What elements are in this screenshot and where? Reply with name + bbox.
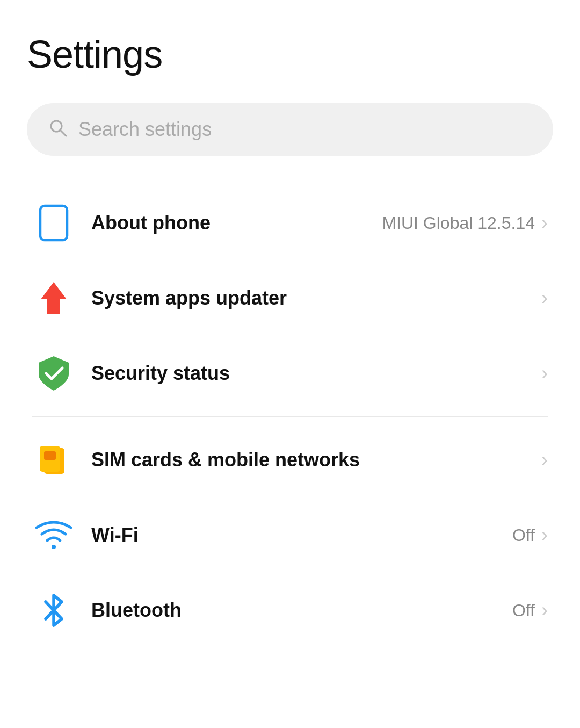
- page-title: Settings: [27, 32, 553, 76]
- bluetooth-right: Off ›: [512, 599, 548, 622]
- security-status-chevron: ›: [541, 362, 548, 385]
- security-status-content: Security status ›: [91, 362, 548, 385]
- about-phone-content: About phone MIUI Global 12.5.14 ›: [91, 212, 548, 234]
- bluetooth-chevron: ›: [541, 599, 548, 622]
- system-apps-updater-right: ›: [541, 287, 548, 309]
- settings-page: Settings Search settings About phone MIU…: [0, 0, 580, 669]
- system-apps-updater-content: System apps updater ›: [91, 287, 548, 309]
- bluetooth-value: Off: [512, 601, 535, 621]
- wifi-chevron: ›: [541, 524, 548, 546]
- system-apps-updater-chevron: ›: [541, 287, 548, 309]
- security-status-right: ›: [541, 362, 548, 385]
- settings-group-top: About phone MIUI Global 12.5.14 › System…: [27, 185, 553, 411]
- about-phone-right: MIUI Global 12.5.14 ›: [382, 212, 548, 234]
- bluetooth-icon: [32, 589, 75, 632]
- settings-item-system-apps-updater[interactable]: System apps updater ›: [27, 261, 553, 336]
- bluetooth-content: Bluetooth Off ›: [91, 599, 548, 622]
- about-phone-label: About phone: [91, 212, 211, 234]
- search-icon: [48, 118, 68, 141]
- settings-item-security-status[interactable]: Security status ›: [27, 336, 553, 411]
- about-phone-chevron: ›: [541, 212, 548, 234]
- wifi-label: Wi-Fi: [91, 524, 139, 546]
- search-placeholder: Search settings: [78, 118, 212, 141]
- settings-item-sim-cards[interactable]: SIM cards & mobile networks ›: [27, 422, 553, 498]
- settings-item-bluetooth[interactable]: Bluetooth Off ›: [27, 573, 553, 648]
- group-divider: [32, 416, 548, 417]
- svg-rect-2: [40, 206, 67, 240]
- wifi-content: Wi-Fi Off ›: [91, 524, 548, 546]
- wifi-right: Off ›: [512, 524, 548, 546]
- sim-cards-label: SIM cards & mobile networks: [91, 449, 360, 471]
- settings-group-network: SIM cards & mobile networks › Wi-Fi: [27, 422, 553, 648]
- phone-icon: [32, 201, 75, 244]
- svg-line-1: [61, 131, 66, 136]
- shield-icon: [32, 352, 75, 395]
- wifi-value: Off: [512, 525, 535, 545]
- about-phone-value: MIUI Global 12.5.14: [382, 213, 535, 233]
- upload-icon: [32, 277, 75, 320]
- sim-cards-right: ›: [541, 449, 548, 471]
- system-apps-updater-label: System apps updater: [91, 287, 287, 309]
- security-status-label: Security status: [91, 362, 230, 385]
- svg-marker-3: [41, 282, 67, 314]
- settings-item-wifi[interactable]: Wi-Fi Off ›: [27, 498, 553, 573]
- settings-item-about-phone[interactable]: About phone MIUI Global 12.5.14 ›: [27, 185, 553, 261]
- wifi-icon: [32, 514, 75, 557]
- svg-rect-6: [44, 451, 56, 460]
- search-bar[interactable]: Search settings: [27, 103, 553, 156]
- sim-cards-content: SIM cards & mobile networks ›: [91, 449, 548, 471]
- sim-icon: [32, 438, 75, 481]
- sim-cards-chevron: ›: [541, 449, 548, 471]
- bluetooth-label: Bluetooth: [91, 599, 182, 622]
- svg-point-7: [52, 545, 56, 549]
